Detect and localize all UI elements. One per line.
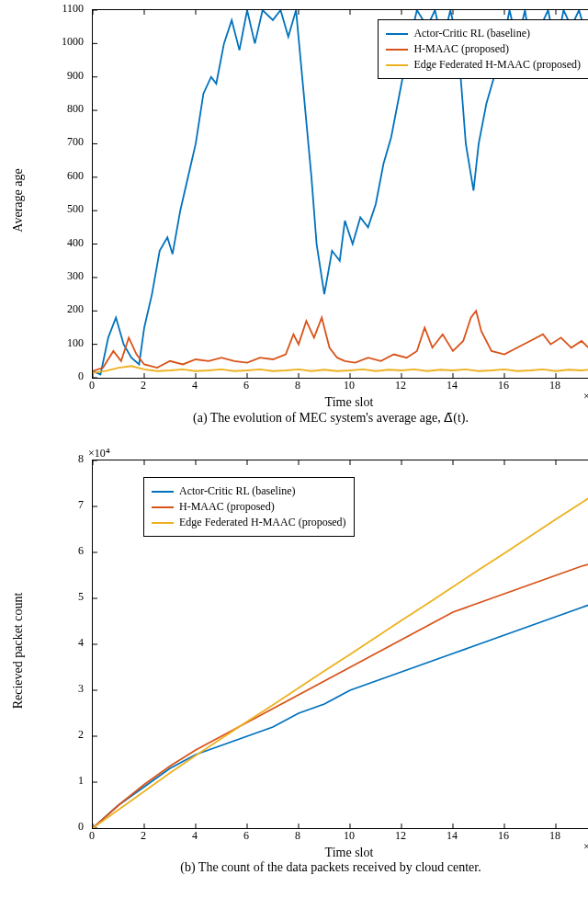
chart-b-caption: (b) The count of the data packets receiv… (55, 860, 588, 875)
chart-b-y-exponent: ×10⁴ (88, 447, 110, 460)
chart-b-xticks: 02468101214161820 (92, 827, 588, 844)
chart-b-xlabel: Time slot (92, 846, 588, 860)
legend-entry: Edge Federated H-MAAC (proposed) (386, 58, 581, 72)
legend-entry: H-MAAC (proposed) (386, 42, 581, 56)
legend-entry: Edge Federated H-MAAC (proposed) (152, 516, 346, 529)
chart-a-caption: (a) The evolution of MEC system's averag… (55, 410, 588, 426)
legend-entry: Actor-Critic RL (baseline) (386, 27, 581, 40)
chart-a-ylabel: Average age (11, 108, 26, 292)
chart-b-legend: Actor-Critic RL (baseline)H-MAAC (propos… (143, 477, 355, 537)
chart-a-xlabel: Time slot (92, 395, 588, 410)
chart-a-plot: Actor-Critic RL (baseline)H-MAAC (propos… (92, 9, 588, 379)
legend-entry: Actor-Critic RL (baseline) (152, 484, 346, 498)
chart-b-plot: Actor-Critic RL (baseline)H-MAAC (propos… (92, 460, 588, 829)
legend-entry: H-MAAC (proposed) (152, 500, 346, 514)
chart-a-xticks: 02468101214161820 (92, 377, 588, 393)
chart-b: Recieved packet count ×10⁴ 012345678 Act… (9, 460, 579, 882)
chart-b-ylabel: Recieved packet count (11, 559, 26, 743)
chart-a-legend: Actor-Critic RL (baseline)H-MAAC (propos… (378, 19, 588, 79)
chart-b-yticks: 012345678 (51, 460, 87, 827)
chart-a: Average age 0100200300400500600700800900… (9, 9, 579, 432)
chart-a-yticks: 010020030040050060070080090010001100 (51, 9, 87, 377)
